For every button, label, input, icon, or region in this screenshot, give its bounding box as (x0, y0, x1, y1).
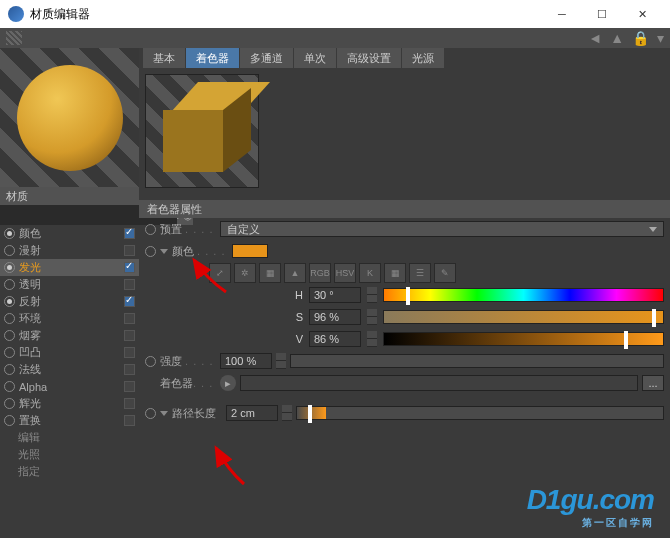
shader-play-button[interactable]: ▸ (220, 375, 236, 391)
radio-icon[interactable] (4, 313, 15, 324)
radio-icon[interactable] (4, 228, 15, 239)
tool-icon[interactable]: ▦ (384, 263, 406, 283)
radio-icon[interactable] (4, 347, 15, 358)
shader-field[interactable] (240, 375, 638, 391)
expand-ring-icon[interactable] (145, 408, 156, 419)
tool-icon[interactable]: HSV (334, 263, 356, 283)
h-slider[interactable] (383, 288, 664, 302)
maximize-button[interactable]: ☐ (582, 0, 622, 28)
material-preview[interactable] (0, 48, 139, 187)
radio-icon[interactable] (4, 279, 15, 290)
tool-icon[interactable]: ▲ (284, 263, 306, 283)
intensity-spinner[interactable] (276, 353, 286, 369)
channel-发光[interactable]: 发光 (0, 259, 139, 276)
preset-dropdown[interactable]: 自定义 (220, 221, 664, 237)
channel-光照[interactable]: 光照 (0, 446, 139, 463)
lock-icon[interactable]: 🔒 (632, 30, 649, 46)
radio-icon[interactable] (4, 398, 15, 409)
tool-icon[interactable]: ✲ (234, 263, 256, 283)
pathlen-spinner[interactable] (282, 405, 292, 421)
tool-icon[interactable]: ▦ (259, 263, 281, 283)
radio-icon[interactable] (4, 330, 15, 341)
menu-icon[interactable]: ▾ (657, 30, 664, 46)
channel-checkbox[interactable] (124, 415, 135, 426)
channel-label: 发光 (19, 260, 120, 275)
channel-checkbox[interactable] (124, 296, 135, 307)
expand-ring-icon[interactable] (145, 356, 156, 367)
shader-preview[interactable] (145, 74, 259, 188)
channel-编辑[interactable]: 编辑 (0, 429, 139, 446)
color-label: 颜色 (172, 245, 194, 257)
intensity-value[interactable]: 100 % (220, 353, 272, 369)
channel-checkbox[interactable] (124, 364, 135, 375)
pathlen-slider[interactable] (296, 406, 664, 420)
close-button[interactable]: ✕ (622, 0, 662, 28)
radio-icon[interactable] (4, 415, 15, 426)
minimize-button[interactable]: ─ (542, 0, 582, 28)
channel-checkbox[interactable] (124, 330, 135, 341)
tab-多通道[interactable]: 多通道 (240, 48, 293, 68)
channel-checkbox[interactable] (124, 262, 135, 273)
radio-icon[interactable] (4, 381, 15, 392)
channel-置换[interactable]: 置换 (0, 412, 139, 429)
channel-漫射[interactable]: 漫射 (0, 242, 139, 259)
v-slider[interactable] (383, 332, 664, 346)
tab-基本[interactable]: 基本 (143, 48, 185, 68)
chevron-down-icon[interactable] (160, 411, 168, 416)
channel-烟雾[interactable]: 烟雾 (0, 327, 139, 344)
radio-icon[interactable] (4, 296, 15, 307)
channel-凹凸[interactable]: 凹凸 (0, 344, 139, 361)
channel-checkbox[interactable] (124, 313, 135, 324)
channel-checkbox[interactable] (124, 347, 135, 358)
tool-icon[interactable]: RGB (309, 263, 331, 283)
s-spinner[interactable] (367, 309, 377, 325)
tab-光源[interactable]: 光源 (402, 48, 444, 68)
channel-辉光[interactable]: 辉光 (0, 395, 139, 412)
channel-checkbox[interactable] (124, 381, 135, 392)
h-spinner[interactable] (367, 287, 377, 303)
channel-Alpha[interactable]: Alpha (0, 378, 139, 395)
tab-单次[interactable]: 单次 (294, 48, 336, 68)
channel-label: 颜色 (19, 226, 120, 241)
intensity-slider[interactable] (290, 354, 664, 368)
h-value[interactable]: 30 ° (309, 287, 361, 303)
channel-指定[interactable]: 指定 (0, 463, 139, 480)
drag-handle-icon[interactable] (6, 31, 22, 45)
arrow-left-icon[interactable]: ◄ (588, 30, 602, 46)
arrow-up-icon[interactable]: ▲ (610, 30, 624, 46)
channel-环境[interactable]: 环境 (0, 310, 139, 327)
channel-label: Alpha (19, 381, 120, 393)
intensity-label: 强度 (160, 355, 182, 367)
channel-透明[interactable]: 透明 (0, 276, 139, 293)
v-value[interactable]: 86 % (309, 331, 361, 347)
chevron-down-icon[interactable] (160, 249, 168, 254)
channel-checkbox[interactable] (124, 398, 135, 409)
channel-checkbox[interactable] (124, 245, 135, 256)
tool-icon[interactable]: ☰ (409, 263, 431, 283)
cube-icon (163, 96, 241, 174)
expand-ring-icon[interactable] (145, 224, 156, 235)
pathlen-value[interactable]: 2 cm (226, 405, 278, 421)
tool-icon[interactable]: ✎ (434, 263, 456, 283)
tool-icon[interactable]: ⤢ (209, 263, 231, 283)
radio-icon[interactable] (4, 245, 15, 256)
channel-label: 光照 (4, 447, 135, 462)
channel-法线[interactable]: 法线 (0, 361, 139, 378)
tab-高级设置[interactable]: 高级设置 (337, 48, 401, 68)
channel-反射[interactable]: 反射 (0, 293, 139, 310)
tab-着色器[interactable]: 着色器 (186, 48, 239, 68)
s-slider[interactable] (383, 310, 664, 324)
s-value[interactable]: 96 % (309, 309, 361, 325)
radio-icon[interactable] (4, 262, 15, 273)
expand-ring-icon[interactable] (145, 246, 156, 257)
color-swatch[interactable] (232, 244, 268, 258)
channel-label: 反射 (19, 294, 120, 309)
tool-icon[interactable]: K (359, 263, 381, 283)
channel-checkbox[interactable] (124, 279, 135, 290)
channel-颜色[interactable]: 颜色 (0, 225, 139, 242)
shader-browse-button[interactable]: ... (642, 375, 664, 391)
radio-icon[interactable] (4, 364, 15, 375)
v-spinner[interactable] (367, 331, 377, 347)
channel-checkbox[interactable] (124, 228, 135, 239)
channel-label: 辉光 (19, 396, 120, 411)
